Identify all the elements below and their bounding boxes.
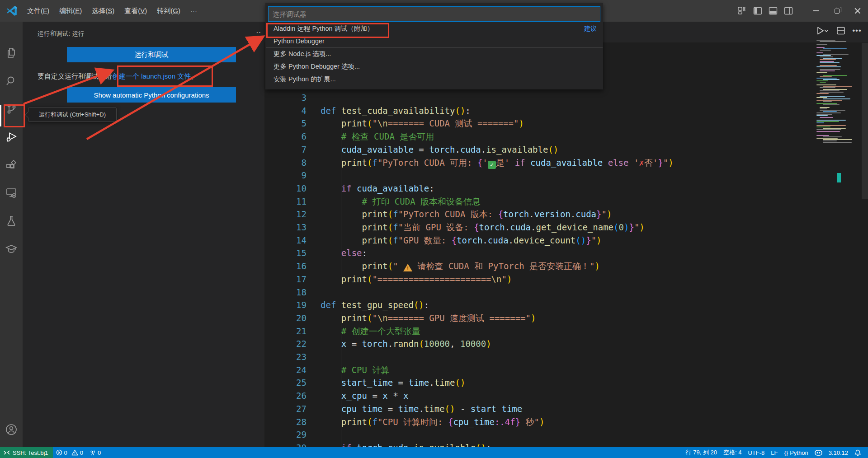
show-auto-python-config-button[interactable]: Show automatic Python configurations: [67, 87, 236, 103]
code-line: if torch.cuda.is_available():: [321, 441, 491, 447]
toggle-secondary-sidebar-icon[interactable]: [784, 6, 793, 15]
quickpick-item-0[interactable]: Aladdin 远程 Python 调试（附加）建议: [265, 23, 603, 35]
line-number: 11: [271, 195, 307, 208]
menu-3[interactable]: 查看(V): [119, 4, 152, 18]
toggle-panel-icon[interactable]: [769, 6, 778, 15]
notifications-button[interactable]: [851, 447, 864, 458]
remote-indicator[interactable]: SSH: Test.bj1: [0, 447, 53, 458]
line-number: 13: [271, 221, 307, 234]
account-button[interactable]: [0, 418, 23, 441]
minimap-line: [816, 114, 832, 115]
menu-2[interactable]: 选择(S): [87, 4, 119, 18]
sidebar-item-learn[interactable]: [0, 238, 23, 260]
minimap-line: [816, 40, 835, 41]
cross-emoji-icon: ✗: [639, 158, 644, 168]
minimap-decoration: [837, 173, 841, 182]
minimap-line: [816, 135, 829, 136]
close-button[interactable]: [847, 0, 868, 22]
run-python-file-button[interactable]: [816, 26, 830, 35]
line-number: 30: [271, 441, 307, 447]
minimap-line: [820, 117, 833, 118]
status-bar: SSH: Test.bj1 0 0 0 行 79, 列 20 空格: 4 UTF…: [0, 447, 868, 458]
sidebar-item-extensions[interactable]: [0, 154, 23, 176]
create-launch-json-link[interactable]: 创建一个 launch.json 文件: [112, 72, 191, 80]
problems-indicator[interactable]: 0 0: [53, 447, 86, 458]
ports-indicator[interactable]: 0: [86, 447, 104, 458]
quickpick-suggested-badge: 建议: [584, 25, 597, 33]
customize-suffix: 。: [191, 72, 198, 80]
quickpick-item-4[interactable]: 安装 Python 的扩展...: [265, 73, 603, 86]
error-count: 0: [64, 449, 67, 456]
cursor-position[interactable]: 行 79, 列 20: [683, 447, 720, 458]
minimap-line: [816, 115, 828, 116]
sidebar-item-search[interactable]: [0, 70, 23, 92]
customize-hint: 要自定义运行和调试，请创建一个 launch.json 文件。: [38, 72, 198, 81]
sidebar-more-actions-icon[interactable]: ··: [256, 28, 261, 37]
warn-emoji-icon: !: [403, 264, 412, 271]
menu-overflow[interactable]: ···: [185, 5, 202, 18]
code-line: print("\n======= CUDA 测试 ======="): [321, 117, 524, 130]
menu-1[interactable]: 编辑(E): [54, 4, 87, 18]
eol-setting[interactable]: LF: [768, 447, 781, 458]
debugger-search-input[interactable]: [268, 6, 600, 22]
quickpick-item-label: Python Debugger: [274, 37, 325, 45]
ports-count: 0: [98, 449, 101, 456]
indentation-setting[interactable]: 空格: 4: [720, 447, 745, 458]
minimap-line: [823, 86, 852, 87]
customize-layout-icon[interactable]: [738, 6, 747, 15]
quickpick-item-label: Aladdin 远程 Python 调试（附加）: [274, 24, 374, 33]
code-line: print(f"PyTorch CUDA 可用: {'✓是' if cuda_a…: [321, 156, 674, 169]
code-line: print("\n======= GPU 速度测试 ======="): [321, 312, 536, 325]
restore-button[interactable]: [826, 0, 847, 22]
active-view-indicator: [0, 105, 1, 126]
toggle-sidebar-icon[interactable]: [753, 6, 762, 15]
minimap-line: [816, 72, 827, 73]
language-mode[interactable]: {}Python: [781, 447, 811, 458]
split-editor-button[interactable]: [836, 26, 845, 35]
quickpick-item-1[interactable]: Python Debugger: [265, 35, 603, 48]
line-number: 21: [271, 325, 307, 338]
restore-icon: [835, 9, 840, 14]
minimap-line: [820, 92, 844, 93]
select-debugger-quickpick: Aladdin 远程 Python 调试（附加）建议Python Debugge…: [265, 3, 603, 89]
line-number: 15: [271, 247, 307, 260]
line-number: 14: [271, 234, 307, 247]
minimap-line: [816, 138, 838, 139]
minimap-line: [823, 136, 842, 137]
minimap[interactable]: [816, 40, 854, 148]
minimap-line: [823, 58, 842, 59]
minimap-line: [820, 96, 845, 97]
line-number: 23: [271, 351, 307, 364]
line-number: 16: [271, 260, 307, 273]
line-number: 9: [271, 169, 307, 182]
python-interpreter-version[interactable]: 3.10.12: [826, 447, 851, 458]
menu-0[interactable]: 文件(F): [22, 4, 54, 18]
sidebar-item-remote-explorer[interactable]: [0, 182, 23, 204]
quickpick-item-2[interactable]: 更多 Node.js 选项...: [265, 48, 603, 61]
encoding-setting[interactable]: UTF-8: [745, 447, 768, 458]
sidebar-item-run-and-debug[interactable]: [0, 126, 23, 148]
copilot-status[interactable]: [811, 447, 826, 458]
editor-scrollbar[interactable]: [862, 43, 868, 199]
minimap-line: [816, 126, 830, 127]
minimap-line: [816, 129, 841, 130]
minimap-line: [823, 98, 850, 99]
files-icon: [5, 47, 18, 59]
minimap-line: [816, 47, 825, 48]
code-editor[interactable]: 34def test_cuda_availability():5 print("…: [264, 42, 868, 447]
line-number: 5: [271, 117, 307, 130]
code-line: x = torch.randn(10000, 10000): [321, 337, 491, 351]
sidebar-item-testing[interactable]: [0, 210, 23, 232]
editor-more-actions-icon[interactable]: •••: [852, 26, 862, 35]
minimap-line: [816, 120, 846, 121]
errors-icon: [56, 449, 62, 456]
minimize-button[interactable]: [806, 0, 826, 22]
test-beaker-icon: [5, 215, 18, 227]
sidebar-item-explorer[interactable]: [0, 42, 23, 64]
code-line: x_cpu = x * x: [321, 389, 409, 402]
quickpick-item-3[interactable]: 更多 Python Debugger 选项...: [265, 61, 603, 73]
sidebar-item-source-control[interactable]: [0, 98, 23, 120]
line-number: 28: [271, 416, 307, 429]
run-and-debug-button[interactable]: 运行和调试: [67, 47, 236, 62]
menu-4[interactable]: 转到(G): [152, 4, 185, 18]
